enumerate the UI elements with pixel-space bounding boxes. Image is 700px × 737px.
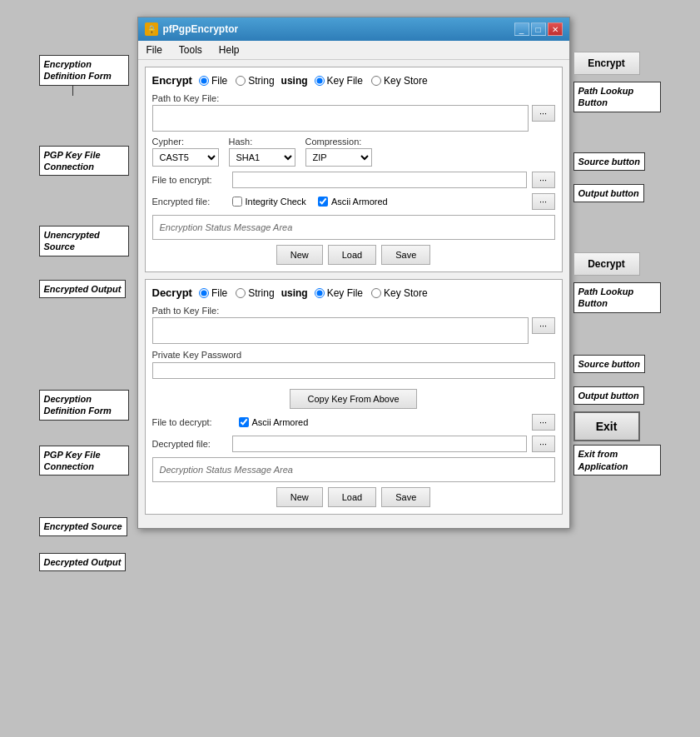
decrypt-string-label: String <box>248 287 274 299</box>
encrypt-btn[interactable]: Encrypt <box>573 52 640 75</box>
decrypt-keystore-radio-label[interactable]: Key Store <box>371 287 428 299</box>
encrypt-path-label: Path to Key File: <box>152 93 555 103</box>
hash-label: Hash: <box>229 137 295 147</box>
compression-select[interactable]: ZIP ZLIB NONE <box>305 148 372 167</box>
decrypt-path-browse-btn[interactable]: ··· <box>532 317 555 334</box>
window-title: pfPgpEncryptor <box>163 23 239 35</box>
file-to-encrypt-input[interactable] <box>232 172 527 188</box>
annotation-decrypted-output: Decrypted Output <box>39 553 127 571</box>
integrity-check-label[interactable]: Integrity Check <box>232 197 306 207</box>
annotation-path-lookup-btn-dec: Path Lookup Button <box>573 282 661 313</box>
encrypt-path-browse-btn[interactable]: ··· <box>532 105 555 122</box>
copy-key-from-above-btn[interactable]: Copy Key From Above <box>290 389 416 409</box>
minimize-button[interactable]: _ <box>514 22 529 36</box>
decrypt-string-radio-label[interactable]: String <box>236 287 274 299</box>
private-key-password-input[interactable] <box>152 362 555 379</box>
annotation-pgp-key-file-connection-enc: PGP Key File Connection <box>39 146 129 177</box>
annotation-encrypted-source: Encrypted Source <box>39 517 127 535</box>
decrypt-keystore-radio[interactable] <box>371 288 381 298</box>
encrypt-keyfile-radio[interactable] <box>315 76 325 86</box>
encrypt-keystore-label: Key Store <box>384 75 428 87</box>
annotation-pgp-key-file-connection-dec: PGP Key File Connection <box>39 446 129 476</box>
decrypt-keyfile-label: Key File <box>327 287 363 299</box>
encrypt-string-radio[interactable] <box>236 76 246 86</box>
encrypt-title: Encrypt <box>152 74 192 87</box>
ascii-armored-enc-checkbox[interactable] <box>318 197 328 207</box>
encrypt-keyfile-label: Key File <box>327 75 363 87</box>
hash-select[interactable]: SHA1 SHA256 MD5 <box>229 148 295 167</box>
decrypt-keyfile-radio-label[interactable]: Key File <box>315 287 363 299</box>
annotation-source-btn-dec: Source button <box>573 355 646 373</box>
decrypt-source-browse-btn[interactable]: ··· <box>532 414 555 431</box>
encrypt-string-radio-label[interactable]: String <box>236 75 274 87</box>
encrypt-file-radio-label[interactable]: File <box>199 75 227 87</box>
file-to-encrypt-label: File to encrypt: <box>152 175 227 185</box>
menu-tools[interactable]: Tools <box>176 42 206 57</box>
ascii-armored-enc-label[interactable]: Ascii Armored <box>318 197 388 207</box>
annotation-encryption-definition-form: Encryption Definition Form <box>39 55 129 86</box>
encrypted-file-label: Encrypted file: <box>152 197 227 207</box>
decrypt-output-browse-btn[interactable]: ··· <box>532 436 555 452</box>
title-bar: 🔒 pfPgpEncryptor _ □ ✕ <box>138 17 569 41</box>
main-window: 🔒 pfPgpEncryptor _ □ ✕ File Tools Help <box>137 17 570 529</box>
annotation-output-btn-dec: Output button <box>573 386 644 405</box>
decrypt-save-btn[interactable]: Save <box>381 487 430 507</box>
ascii-armored-dec-checkbox[interactable] <box>239 417 249 427</box>
decrypt-file-radio[interactable] <box>199 288 209 298</box>
menu-help[interactable]: Help <box>216 42 243 57</box>
decrypt-file-label: File <box>211 287 227 299</box>
encrypt-using-label: using <box>281 75 308 87</box>
cypher-select[interactable]: CAST5 AES128 AES256 3DES <box>152 148 219 167</box>
annotation-decryption-definition-form: Decryption Definition Form <box>39 390 129 421</box>
decrypt-keyfile-radio[interactable] <box>315 288 325 298</box>
encryption-status-area: Encryption Status Message Area <box>152 215 555 240</box>
menu-bar: File Tools Help <box>138 41 569 60</box>
encrypt-keystore-radio[interactable] <box>371 76 381 86</box>
compression-label: Compression: <box>305 137 372 147</box>
encrypt-output-browse-btn[interactable]: ··· <box>532 193 555 210</box>
annotation-encrypted-output: Encrypted Output <box>39 280 127 298</box>
decryption-status-area: Decryption Status Message Area <box>152 457 555 482</box>
cypher-label: Cypher: <box>152 137 219 147</box>
close-button[interactable]: ✕ <box>548 22 563 36</box>
decrypt-new-btn[interactable]: New <box>276 487 323 507</box>
decrypt-load-btn[interactable]: Load <box>328 487 376 507</box>
file-to-decrypt-label: File to decrypt: <box>152 417 227 427</box>
encrypt-load-btn[interactable]: Load <box>328 245 376 265</box>
maximize-button[interactable]: □ <box>531 22 546 36</box>
decrypt-btn[interactable]: Decrypt <box>573 252 640 276</box>
encrypt-new-btn[interactable]: New <box>276 245 323 265</box>
annotation-source-btn-enc: Source button <box>573 152 646 171</box>
decrypt-title: Decrypt <box>152 286 192 299</box>
annotation-exit-from-application: Exit from Application <box>573 445 661 476</box>
annotation-output-btn-enc: Output button <box>573 184 644 202</box>
encrypt-keyfile-radio-label[interactable]: Key File <box>315 75 363 87</box>
decrypt-string-radio[interactable] <box>236 288 246 298</box>
ascii-armored-dec-label[interactable]: Ascii Armored <box>239 417 309 427</box>
app-icon: 🔒 <box>145 22 158 36</box>
encrypt-file-radio[interactable] <box>199 76 209 86</box>
private-key-password-label: Private Key Password <box>152 350 242 360</box>
encrypt-save-btn[interactable]: Save <box>381 245 430 265</box>
decrypt-section: Decrypt File String using <box>145 279 563 515</box>
exit-btn[interactable]: Exit <box>573 411 640 441</box>
decrypt-using-label: using <box>281 287 308 299</box>
menu-file[interactable]: File <box>143 42 166 57</box>
annotation-unencrypted-source: Unencrypted Source <box>39 226 129 256</box>
decrypted-file-label: Decrypted file: <box>152 439 227 449</box>
decrypt-file-radio-label[interactable]: File <box>199 287 227 299</box>
encrypt-string-label: String <box>248 75 274 87</box>
decrypted-file-input[interactable] <box>232 436 527 452</box>
decrypt-keystore-label: Key Store <box>384 287 428 299</box>
encrypt-keystore-radio-label[interactable]: Key Store <box>371 75 428 87</box>
encrypt-section: Encrypt File String using <box>145 67 563 272</box>
annotation-path-lookup-btn-enc: Path Lookup Button <box>573 82 661 112</box>
encrypt-file-label: File <box>211 75 227 87</box>
encrypt-source-browse-btn[interactable]: ··· <box>532 172 555 188</box>
integrity-check-checkbox[interactable] <box>232 197 242 207</box>
decrypt-path-label: Path to Key File: <box>152 306 555 316</box>
